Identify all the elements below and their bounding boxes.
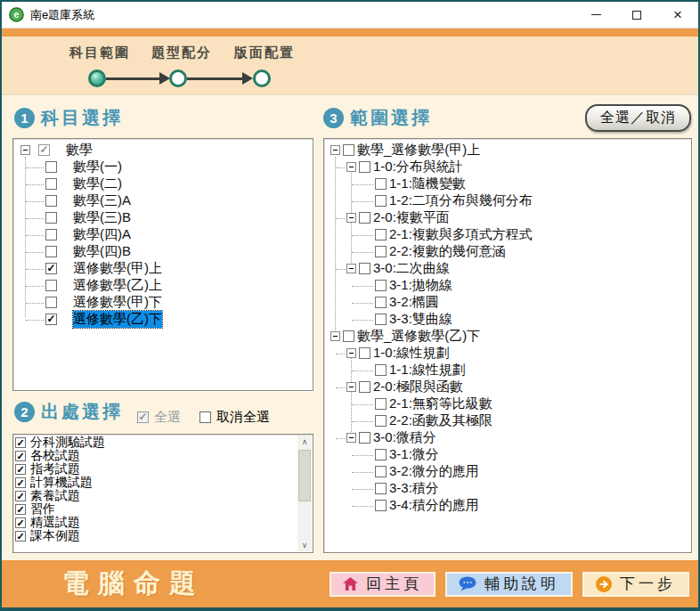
tree-row[interactable]: 數學_選修數學(乙)下: [324, 328, 691, 345]
tree-row[interactable]: 2-2:複數的幾何意涵: [324, 243, 691, 260]
checkbox[interactable]: [45, 229, 57, 240]
checkbox[interactable]: [45, 195, 57, 207]
checkbox[interactable]: [359, 161, 370, 173]
checkbox[interactable]: [375, 297, 387, 308]
tree-expander-minus-icon[interactable]: [346, 433, 356, 443]
scroll-up-icon[interactable]: ∧: [302, 436, 308, 448]
checkbox[interactable]: [45, 246, 57, 257]
checkbox[interactable]: ✓: [15, 517, 26, 528]
tree-row[interactable]: ✓選修數學(甲)上: [13, 260, 313, 277]
select-toggle-button[interactable]: 全選／取消: [585, 104, 691, 132]
checkbox[interactable]: ✓: [15, 451, 26, 461]
tree-row[interactable]: 數學(四)B: [13, 243, 313, 260]
tree-expander-minus-icon[interactable]: [346, 264, 356, 273]
checkbox[interactable]: [343, 330, 354, 342]
checkbox[interactable]: [45, 178, 57, 190]
checkbox[interactable]: [375, 500, 387, 511]
source-list-item[interactable]: ✓素養試題: [15, 489, 297, 502]
tree-row[interactable]: 3-1:拋物線: [324, 277, 691, 294]
home-button[interactable]: 回主頁: [330, 572, 435, 597]
scrollbar[interactable]: ∧ ∨: [297, 436, 312, 551]
checkbox[interactable]: [45, 297, 57, 308]
tree-row[interactable]: 3-2:橢圓: [324, 294, 691, 311]
tree-row[interactable]: 3-3:積分: [324, 480, 691, 497]
checkbox[interactable]: [359, 212, 370, 224]
help-button[interactable]: 輔助說明: [445, 572, 573, 597]
tree-row[interactable]: 3-3:雙曲線: [324, 311, 691, 328]
tree-row[interactable]: 3-0:微積分: [324, 429, 691, 446]
checkbox[interactable]: ✓: [15, 491, 26, 501]
tree-expander-minus-icon[interactable]: [346, 348, 356, 358]
checkbox[interactable]: [375, 246, 387, 257]
checkbox[interactable]: [375, 483, 387, 494]
tree-expander-minus-icon[interactable]: [20, 145, 30, 155]
checkbox[interactable]: [375, 314, 387, 325]
tree-row[interactable]: 數學(三)A: [13, 192, 313, 209]
tree-row[interactable]: 3-2:微分的應用: [324, 463, 691, 480]
tree-row[interactable]: ✓選修數學(乙)下: [13, 311, 313, 328]
maximize-button[interactable]: [616, 2, 657, 28]
checkbox[interactable]: [375, 466, 387, 477]
checkbox[interactable]: ✓: [15, 464, 26, 475]
tree-row[interactable]: 1-0:分布與統計: [324, 159, 691, 175]
checkbox[interactable]: [359, 347, 370, 359]
close-button[interactable]: ×: [657, 2, 698, 28]
tree-row[interactable]: 數學(四)A: [13, 226, 313, 243]
tree-row[interactable]: 2-0:極限與函數: [324, 379, 691, 395]
checkbox[interactable]: ✓: [15, 477, 26, 488]
checkbox[interactable]: [359, 432, 370, 444]
checkbox[interactable]: [45, 161, 57, 173]
tree-row[interactable]: 1-0:線性規劃: [324, 345, 691, 362]
tree-row[interactable]: 數學_選修數學(甲)上: [324, 142, 691, 159]
checkbox[interactable]: ✓: [15, 437, 26, 448]
checkbox[interactable]: [359, 263, 370, 274]
checkbox[interactable]: [375, 398, 387, 410]
tree-row[interactable]: 選修數學(乙)上: [13, 277, 313, 294]
checkbox[interactable]: [45, 212, 57, 224]
tree-row[interactable]: 2-1:無窮等比級數: [324, 395, 691, 412]
tree-row[interactable]: 選修數學(甲)下: [13, 294, 313, 311]
checkbox[interactable]: [199, 411, 211, 423]
checkbox[interactable]: [375, 195, 387, 207]
tree-expander-minus-icon[interactable]: [346, 162, 356, 172]
select-all-checkbox[interactable]: ✓ 全選: [137, 409, 181, 426]
checkbox[interactable]: [359, 381, 370, 393]
tree-row[interactable]: 2-1:複數與多項式方程式: [324, 226, 691, 243]
tree-expander-minus-icon[interactable]: [330, 331, 340, 341]
checkbox[interactable]: ✓: [137, 411, 149, 423]
deselect-all-checkbox[interactable]: 取消全選: [199, 409, 270, 426]
tree-expander-minus-icon[interactable]: [346, 382, 356, 392]
tree-row[interactable]: 3-4:積分的應用: [324, 497, 691, 514]
checkbox[interactable]: ✓: [38, 144, 50, 156]
source-list-item[interactable]: ✓課本例題: [15, 529, 297, 542]
tree-row[interactable]: 1-1:線性規劃: [324, 362, 691, 379]
step-circle-2[interactable]: [169, 69, 187, 87]
tree-row[interactable]: 2-2:函數及其極限: [324, 412, 691, 429]
tree-row[interactable]: 3-1:微分: [324, 446, 691, 463]
tree-row[interactable]: ✓數學: [13, 142, 313, 159]
checkbox[interactable]: [375, 415, 387, 427]
checkbox[interactable]: ✓: [45, 314, 57, 325]
minimize-button[interactable]: [575, 2, 616, 28]
tree-expander-minus-icon[interactable]: [346, 213, 356, 223]
next-step-button[interactable]: 下一步: [582, 572, 689, 597]
step-circle-3[interactable]: [253, 69, 271, 87]
tree-row[interactable]: 數學(三)B: [13, 209, 313, 226]
tree-row[interactable]: 2-0:複數平面: [324, 209, 691, 226]
tree-row[interactable]: 數學(二): [13, 175, 313, 192]
checkbox[interactable]: [375, 280, 387, 291]
checkbox[interactable]: ✓: [45, 263, 57, 274]
tree-row[interactable]: 數學(一): [13, 159, 313, 175]
checkbox[interactable]: [45, 280, 57, 291]
checkbox[interactable]: [375, 364, 387, 376]
tree-row[interactable]: 3-0:二次曲線: [324, 260, 691, 277]
checkbox[interactable]: [375, 449, 387, 460]
checkbox[interactable]: [375, 229, 387, 240]
checkbox[interactable]: [375, 178, 387, 190]
scrollbar-thumb[interactable]: [298, 450, 311, 501]
checkbox[interactable]: ✓: [15, 531, 26, 542]
checkbox[interactable]: ✓: [15, 504, 26, 515]
checkbox[interactable]: [343, 144, 354, 156]
scroll-down-icon[interactable]: ∨: [302, 539, 308, 551]
tree-row[interactable]: 1-1:隨機變數: [324, 175, 691, 192]
